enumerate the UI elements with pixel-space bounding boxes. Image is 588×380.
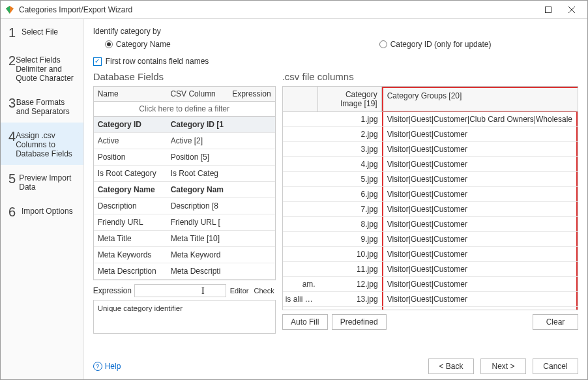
minimize-button[interactable] <box>513 2 537 18</box>
db-field-csv: Category Nam <box>167 182 275 197</box>
csv-row[interactable]: 3.jpgVisitor|Guest|Customer <box>283 142 578 157</box>
db-field-row[interactable]: Category NameCategory Nam <box>94 182 275 198</box>
db-field-name: Category Name <box>94 182 167 197</box>
wizard-step-3[interactable]: 3Base Formats and Separators <box>1 89 83 123</box>
csv-row[interactable]: 9.jpgVisitor|Guest|Customer <box>283 232 578 247</box>
csv-cell-groups: Visitor|Guest|Customer <box>382 232 578 246</box>
help-label: Help <box>105 362 121 371</box>
csv-cell-prev: am. <box>283 277 318 291</box>
next-button[interactable]: Next > <box>480 358 526 374</box>
db-field-csv: Category ID [1 <box>167 117 275 132</box>
csv-row[interactable]: 7.jpgVisitor|Guest|Customer <box>283 202 578 217</box>
step-number: 3 <box>8 96 16 111</box>
maximize-button[interactable] <box>537 2 560 18</box>
radio-label: Category Name <box>116 40 171 49</box>
csv-head-blank[interactable] <box>283 87 318 111</box>
csv-cell-groups: Visitor|Guest|Customer <box>382 202 578 216</box>
expression-check-link[interactable]: Check <box>252 287 275 295</box>
db-field-row[interactable]: Meta KeywordsMeta Keyword <box>94 247 275 263</box>
csv-cell-groups: Visitor|Guest|Customer|Club Card Owners|… <box>382 112 578 126</box>
csv-cell-image: 12.jpg <box>318 277 382 291</box>
db-field-row[interactable]: Meta TitleMeta Title [10] <box>94 231 275 247</box>
csv-row[interactable]: 1.jpgVisitor|Guest|Customer|Club Card Ow… <box>283 112 578 127</box>
csv-row[interactable]: 2.jpgVisitor|Guest|Customer <box>283 127 578 142</box>
db-fields-title: Database Fields <box>93 71 276 82</box>
csv-cell-image: 13.jpg <box>318 292 382 306</box>
csv-row[interactable]: am.12.jpgVisitor|Guest|Customer <box>283 277 578 292</box>
predefined-button[interactable]: Predefined <box>332 314 387 330</box>
radio-category-name[interactable]: Category Name <box>105 40 171 49</box>
checkbox-label: First row contains field names <box>106 57 209 66</box>
csv-row[interactable]: 8.jpgVisitor|Guest|Customer <box>283 217 578 232</box>
csv-cell-prev <box>283 247 318 261</box>
csv-cell-image: 7.jpg <box>318 202 382 216</box>
help-link[interactable]: ? Help <box>93 362 121 371</box>
csv-head-groups[interactable]: Category Groups [20] <box>382 87 578 111</box>
db-field-row[interactable]: Is Root CategoryIs Root Categ <box>94 166 275 182</box>
csv-row[interactable]: 11.jpgVisitor|Guest|Customer <box>283 262 578 277</box>
step-label: Select File <box>22 25 58 37</box>
text-cursor-icon: I <box>201 286 205 297</box>
wizard-step-5[interactable]: 5Preview Import Data <box>1 165 83 198</box>
db-field-row[interactable]: Category IDCategory ID [1 <box>94 117 275 133</box>
csv-cell-image: 6.jpg <box>318 187 382 201</box>
csv-row[interactable]: 4.jpgVisitor|Guest|Customer <box>283 157 578 172</box>
close-button[interactable] <box>560 2 583 18</box>
csv-cell-groups: Visitor|Guest|Customer <box>382 142 578 156</box>
expression-input[interactable]: I <box>134 284 226 297</box>
csv-cell-groups: Visitor|Guest|Customer <box>382 172 578 186</box>
wizard-step-6[interactable]: 6Import Options <box>1 198 83 226</box>
db-field-name: Is Root Category <box>94 166 167 181</box>
wizard-step-2[interactable]: 2Select Fields Delimiter and Quote Chara… <box>1 47 83 89</box>
cancel-button[interactable]: Cancel <box>533 358 578 374</box>
first-row-checkbox[interactable]: ✓ First row contains field names <box>93 57 578 66</box>
db-field-name: Position <box>94 149 167 165</box>
step-number: 1 <box>8 25 22 40</box>
csv-cell-groups: Visitor|Guest|Customer <box>382 247 578 261</box>
csv-cell-groups: Visitor|Guest|Customer <box>382 292 578 306</box>
step-label: Select Fields Delimiter and Quote Charac… <box>16 53 77 83</box>
wizard-step-4[interactable]: 4Assign .csv Columns to Database Fields <box>1 123 83 165</box>
expression-editor-link[interactable]: Editor <box>229 287 250 295</box>
auto-fill-button[interactable]: Auto Fill <box>282 314 328 330</box>
csv-row[interactable]: 5.jpgVisitor|Guest|Customer <box>283 172 578 187</box>
csv-row[interactable]: is alii verterem.13.jpgVisitor|Guest|Cus… <box>283 292 578 307</box>
wizard-step-1[interactable]: 1Select File <box>1 19 83 47</box>
wizard-steps-sidebar: 1Select File2Select Fields Delimiter and… <box>1 19 84 379</box>
step-number: 2 <box>8 53 16 68</box>
csv-cell-prev <box>283 172 318 186</box>
db-head-expr[interactable]: Expression <box>228 87 274 101</box>
csv-cell-prev <box>283 202 318 216</box>
db-field-csv: Friendly URL [ <box>167 214 275 230</box>
check-icon: ✓ <box>93 57 102 66</box>
db-field-row[interactable]: Meta DescriptionMeta Descripti <box>94 263 275 280</box>
csv-cell-image: 3.jpg <box>318 142 382 156</box>
radio-category-id[interactable]: Category ID (only for update) <box>379 40 492 49</box>
csv-cell-image: 2.jpg <box>318 127 382 141</box>
csv-head-image[interactable]: Category Image [19] <box>318 87 382 111</box>
csv-columns-table: Category Image [19] Category Groups [20]… <box>282 86 578 310</box>
db-field-csv: Meta Title [10] <box>167 231 275 246</box>
db-head-name[interactable]: Name <box>94 87 167 101</box>
clear-button[interactable]: Clear <box>533 314 578 330</box>
radio-icon <box>379 40 387 48</box>
csv-row[interactable]: 6.jpgVisitor|Guest|Customer <box>283 187 578 202</box>
help-icon: ? <box>93 362 102 371</box>
db-filter-row[interactable]: Click here to define a filter <box>94 102 275 117</box>
csv-cell-prev <box>283 142 318 156</box>
db-field-name: Description <box>94 198 167 214</box>
db-head-csv[interactable]: CSV Column <box>166 87 228 101</box>
expression-label: Expression <box>93 286 132 295</box>
step-label: Base Formats and Separators <box>16 96 77 116</box>
db-field-row[interactable]: ActiveActive [2] <box>94 133 275 149</box>
db-field-name: Meta Keywords <box>94 247 167 263</box>
csv-row[interactable]: 10.jpgVisitor|Guest|Customer <box>283 247 578 262</box>
csv-row[interactable]: 16.jpgVisitor|Guest|Customer <box>283 307 578 310</box>
db-field-row[interactable]: PositionPosition [5] <box>94 149 275 166</box>
csv-cell-image: 1.jpg <box>318 112 382 126</box>
db-field-row[interactable]: Friendly URLFriendly URL [ <box>94 214 275 231</box>
db-field-row[interactable]: DescriptionDescription [8 <box>94 198 275 214</box>
csv-cell-groups: Visitor|Guest|Customer <box>382 262 578 276</box>
back-button[interactable]: < Back <box>428 358 474 374</box>
step-number: 6 <box>8 205 22 220</box>
